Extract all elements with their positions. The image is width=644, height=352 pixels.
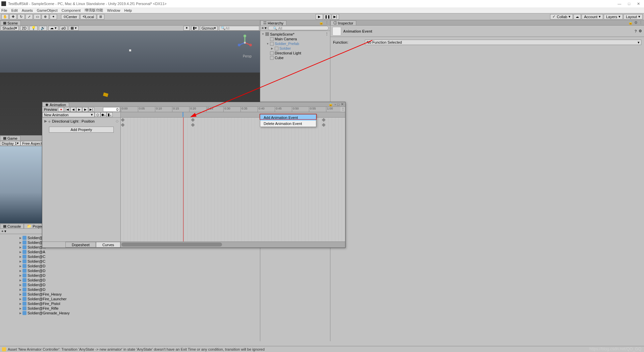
asset-item[interactable]: ▶Soldier@D: [0, 287, 260, 292]
pivot-center-button[interactable]: ⊙Center: [61, 14, 79, 19]
close-icon[interactable]: ✕: [341, 102, 344, 106]
scene-search[interactable]: 🔍 All: [219, 26, 259, 31]
frame-input[interactable]: [103, 107, 120, 112]
maximize-icon[interactable]: □: [337, 102, 339, 106]
hierarchy-item[interactable]: Main Camera: [260, 37, 330, 41]
draw-mode-dropdown[interactable]: Shaded ▾: [1, 26, 19, 31]
account-dropdown[interactable]: Account ▾: [582, 14, 603, 19]
add-keyframe-button[interactable]: ◆₊: [101, 112, 107, 117]
pivot-local-button[interactable]: ⟲Local: [80, 14, 96, 19]
rect-tool-icon[interactable]: ▭: [34, 14, 41, 19]
maximize-icon[interactable]: □: [628, 2, 630, 6]
asset-item[interactable]: ▶Soldier@Fire_Pistol: [0, 301, 260, 306]
menu-icon[interactable]: ⋮: [325, 20, 329, 25]
function-dropdown[interactable]: No Function Selected ▾: [365, 40, 641, 45]
asset-item[interactable]: ▶Soldier@D: [0, 268, 260, 273]
display-dropdown[interactable]: Display 1 ▾: [0, 141, 20, 146]
hierarchy-search[interactable]: 🔍 All: [268, 26, 329, 30]
move-tool-icon[interactable]: ✥: [9, 14, 17, 19]
menu-component[interactable]: Component: [61, 8, 80, 12]
menu-file[interactable]: File: [1, 8, 7, 12]
first-frame-button[interactable]: |◀: [64, 107, 70, 112]
last-frame-button[interactable]: ▶|: [88, 107, 94, 112]
camera-icon[interactable]: ✦: [183, 26, 190, 31]
timeline-ruler[interactable]: 0:000:050:100:150:200:250:300:350:400:45…: [121, 107, 340, 112]
asset-item[interactable]: ▶Soldier@D: [0, 282, 260, 287]
tab-hierarchy[interactable]: ☷ Hierarchy: [260, 20, 286, 25]
dock-icon[interactable]: ▫: [334, 102, 336, 106]
asset-item[interactable]: ▶Soldier@D: [0, 264, 260, 268]
preview-button[interactable]: Preview: [43, 107, 58, 112]
asset-item[interactable]: ▶Soldier@C: [0, 259, 260, 264]
gizmos-dropdown[interactable]: Gizmos ▾: [200, 26, 218, 31]
asset-item[interactable]: ▶Soldier@Fire_Rifle: [0, 306, 260, 311]
gear-icon[interactable]: ⚙: [634, 20, 638, 25]
ctx-add-event[interactable]: Add Animation Event: [260, 115, 316, 121]
prev-frame-button[interactable]: ◀: [70, 107, 76, 112]
asset-item[interactable]: ▶Soldier@Fire_Heavy: [0, 292, 260, 297]
custom-tool-icon[interactable]: ✦: [50, 14, 57, 19]
gear-icon[interactable]: ⚙: [639, 29, 642, 33]
playhead[interactable]: [183, 118, 183, 241]
menu-gameobject[interactable]: GameObject: [37, 8, 58, 12]
menu-assets[interactable]: Assets: [22, 8, 33, 12]
tab-game[interactable]: ▦ Game: [0, 136, 20, 140]
filter-button[interactable]: ◇: [95, 112, 101, 117]
tab-animation[interactable]: ◉ Animation: [42, 102, 69, 106]
cloud-icon[interactable]: ☁: [574, 14, 581, 19]
rotate-tool-icon[interactable]: ↻: [17, 14, 25, 19]
project-tree[interactable]: ▶Soldier@A▶Soldier@A▶Soldier@A▶Soldier@A…: [0, 234, 260, 341]
dopesheet-tab[interactable]: Dopesheet: [65, 242, 96, 248]
lock-icon[interactable]: 🔒: [319, 20, 324, 25]
menu-edit[interactable]: Edit: [11, 8, 18, 12]
transform-tool-icon[interactable]: ⊕: [42, 14, 49, 19]
step-button[interactable]: ▶|: [332, 14, 339, 19]
hierarchy-item[interactable]: ▼SampleScene*⋮: [260, 32, 330, 37]
menu-icon[interactable]: ⋮: [639, 20, 643, 25]
scale-tool-icon[interactable]: ⤢: [25, 14, 33, 19]
add-event-button[interactable]: ▮₊: [107, 112, 113, 117]
asset-item[interactable]: ▶Soldier@Grenade_Heavy: [0, 311, 260, 315]
layers-dropdown[interactable]: Layers ▾: [604, 14, 623, 19]
minimize-icon[interactable]: —: [618, 2, 621, 6]
pause-button[interactable]: ❚❚: [324, 14, 331, 19]
play-button[interactable]: ▶: [76, 107, 82, 112]
add-property-button[interactable]: Add Property: [49, 127, 114, 133]
lock-icon[interactable]: 🔒: [628, 20, 633, 25]
menu-extra[interactable]: 增强版功能: [85, 8, 103, 13]
hidden-toggle-icon[interactable]: ø0: [60, 26, 67, 31]
hierarchy-item[interactable]: ▼Soldier_Prefab: [260, 41, 330, 46]
event-marker[interactable]: [182, 112, 183, 117]
fx-toggle-icon[interactable]: ☁ ▾: [48, 26, 58, 31]
clip-dropdown[interactable]: New Animation▾: [42, 112, 95, 117]
play-button[interactable]: ▶: [316, 14, 323, 19]
light-toggle-icon[interactable]: 💡: [30, 26, 38, 31]
hand-tool-icon[interactable]: ✋: [1, 14, 9, 19]
asset-item[interactable]: ▶Soldier@A: [0, 250, 260, 254]
help-icon[interactable]: ?: [635, 29, 637, 33]
expand-icon[interactable]: ▶: [44, 119, 47, 123]
tab-console[interactable]: ▦ Console: [0, 224, 24, 228]
asset-item[interactable]: ▶Soldier@D: [0, 273, 260, 278]
asset-item[interactable]: ▶Soldier@D: [0, 278, 260, 282]
property-row[interactable]: ▶ ⟐ Directional Light : Position ◇: [42, 118, 120, 125]
collab-dropdown[interactable]: ✓ Collab ▾: [550, 14, 573, 19]
asset-item[interactable]: ▶Soldier@C: [0, 254, 260, 259]
keyframe-indicator-icon[interactable]: ◇: [116, 119, 118, 123]
hierarchy-item[interactable]: ▶Soldier: [260, 46, 330, 51]
snap-button[interactable]: ⊞: [97, 14, 104, 19]
lock-icon[interactable]: 🔒: [328, 102, 333, 106]
tab-scene[interactable]: ▦ Scene: [0, 20, 21, 25]
tools-icon[interactable]: ▮▾: [191, 26, 199, 31]
asset-item[interactable]: ▶Soldier@Fire_Launcher: [0, 297, 260, 301]
layout-dropdown[interactable]: Layout ▾: [624, 14, 643, 19]
curves-tab[interactable]: Curves: [96, 242, 120, 248]
menu-window[interactable]: Window: [107, 8, 120, 12]
timeline-scrollbar[interactable]: [121, 242, 345, 248]
close-icon[interactable]: ✕: [637, 2, 640, 6]
dopesheet-tracks[interactable]: [121, 118, 345, 241]
create-dropdown[interactable]: + ▾: [262, 26, 267, 30]
hierarchy-item[interactable]: Directional Light: [260, 51, 330, 55]
tab-inspector[interactable]: ⓘ Inspector: [330, 20, 356, 25]
grid-toggle-icon[interactable]: ▦ ▾: [69, 26, 78, 31]
